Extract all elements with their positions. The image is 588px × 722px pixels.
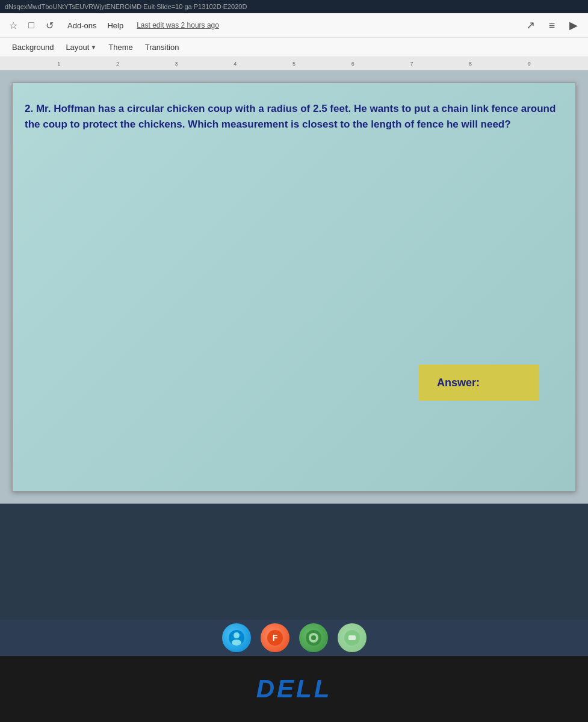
slide-area: 2. Mr. Hoffman has a circular chicken co… [0,70,588,504]
taskbar: F [0,620,588,656]
svg-rect-9 [348,635,356,640]
ruler-mark-1: 1 [57,61,60,67]
ruler-mark-2: 2 [116,61,119,67]
ruler-mark-5: 5 [292,61,296,67]
chart-icon[interactable]: ↗ [522,17,539,34]
ruler-mark-9: 9 [528,61,531,67]
menu-addons[interactable]: Add-ons [64,20,100,31]
taskbar-icon-2[interactable]: F [261,623,289,652]
question-text: 2. Mr. Hoffman has a circular chicken co… [25,101,563,132]
dell-logo: DELL [256,674,332,703]
answer-box[interactable]: Answer: [419,365,539,401]
slide-toolbar: Background Layout ▼ Theme Transition [0,38,588,57]
svg-text:F: F [272,633,277,643]
layout-tab[interactable]: Layout ▼ [60,40,102,54]
star-icon[interactable]: ☆ [6,18,20,32]
transition-tab[interactable]: Transition [139,40,185,54]
menu-help[interactable]: Help [104,20,127,31]
slides-app: ☆ □ ↺ Add-ons Help Last edit was 2 hours… [0,13,588,504]
slide-content: 2. Mr. Hoffman has a circular chicken co… [13,83,575,144]
slide-canvas[interactable]: 2. Mr. Hoffman has a circular chicken co… [12,82,576,492]
menu-items: Add-ons Help Last edit was 2 hours ago [64,20,522,31]
taskbar-icon-4[interactable] [338,623,367,652]
ruler-mark-6: 6 [351,61,354,67]
ruler-mark-7: 7 [410,61,413,67]
ruler-mark-4: 4 [234,61,237,67]
ruler: 1 2 3 4 5 6 7 8 9 [0,57,588,70]
undo-icon[interactable]: □ [24,18,39,32]
play-icon[interactable]: ▶ [565,17,582,34]
ruler-mark-3: 3 [175,61,178,67]
dell-bar: DELL [0,656,588,722]
menu-icon-group: ☆ □ ↺ [6,18,57,32]
menu-right-icons: ↗ ≡ ▶ [522,17,582,34]
ruler-mark-8: 8 [469,61,472,67]
background-tab[interactable]: Background [6,40,60,54]
list-icon[interactable]: ≡ [543,17,560,34]
taskbar-icon-3[interactable] [299,623,328,652]
browser-url-text: dNsqexMwdTboUNtYTsEUVRWjytENEROiMD·Euit·… [5,3,247,10]
menu-bar: ☆ □ ↺ Add-ons Help Last edit was 2 hours… [0,13,588,38]
last-edit-status[interactable]: Last edit was 2 hours ago [137,21,219,29]
svg-point-2 [232,640,241,646]
svg-point-7 [311,635,316,640]
taskbar-icon-1[interactable] [222,623,251,652]
redo-icon[interactable]: ↺ [42,18,57,32]
layout-arrow: ▼ [90,44,96,51]
answer-label: Answer: [437,377,480,389]
top-browser-bar: dNsqexMwdTboUNtYTsEUVRWjytENEROiMD·Euit·… [0,0,588,13]
svg-point-1 [234,632,240,638]
theme-tab[interactable]: Theme [102,40,138,54]
